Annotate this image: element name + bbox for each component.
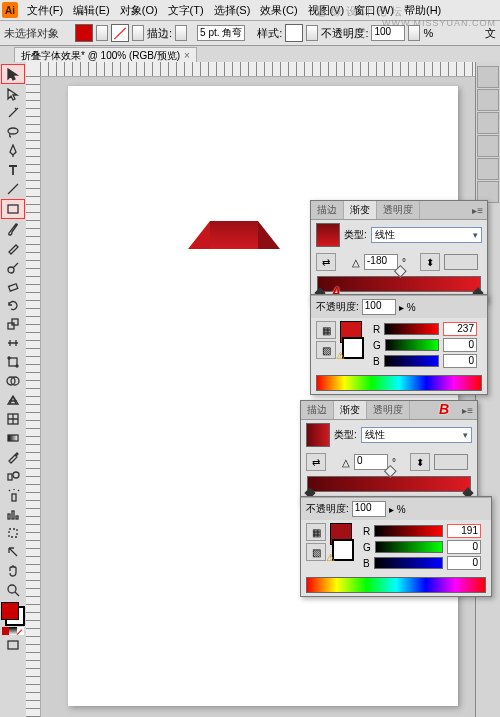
blob-brush-tool[interactable] — [2, 258, 24, 276]
style-dropdown[interactable] — [306, 25, 318, 41]
menu-edit[interactable]: 编辑(E) — [68, 3, 115, 18]
artboard-tool[interactable] — [2, 524, 24, 542]
opacity-arrow-b[interactable]: ▸ — [389, 504, 394, 515]
b-slider-b[interactable] — [374, 557, 443, 569]
stroke-swatch[interactable] — [111, 24, 129, 42]
gradient-slider-b[interactable] — [307, 476, 471, 492]
b-slider-a[interactable] — [384, 355, 439, 367]
fill-stroke-indicator[interactable] — [1, 602, 25, 626]
tab-transparency-b[interactable]: 透明度 — [367, 401, 410, 419]
panel-b-menu-icon[interactable]: ▸≡ — [458, 405, 477, 416]
panel-a-icon-2[interactable]: ▧ — [316, 341, 336, 359]
opacity-arrow-a[interactable]: ▸ — [399, 302, 404, 313]
gradient-type-select-b[interactable]: 线性 — [361, 427, 472, 443]
eyedropper-tool[interactable] — [2, 448, 24, 466]
rotate-tool[interactable] — [2, 296, 24, 314]
panel-a-icon-1[interactable]: ▦ — [316, 321, 336, 339]
menu-file[interactable]: 文件(F) — [22, 3, 68, 18]
direct-selection-tool[interactable] — [2, 85, 24, 103]
menu-object[interactable]: 对象(O) — [115, 3, 163, 18]
line-tool[interactable] — [2, 180, 24, 198]
tab-transparency-a[interactable]: 透明度 — [377, 201, 420, 219]
rectangle-tool[interactable] — [1, 199, 25, 219]
panel-icon-3[interactable] — [477, 112, 499, 134]
panel-a-menu-icon[interactable]: ▸≡ — [468, 205, 487, 216]
hand-tool[interactable] — [2, 562, 24, 580]
tab-gradient-b[interactable]: 渐变 — [334, 401, 367, 419]
fill-dropdown[interactable] — [96, 25, 108, 41]
color-mode-buttons[interactable] — [2, 627, 24, 635]
reverse-gradient-b[interactable]: ⇄ — [306, 453, 326, 471]
symbol-sprayer-tool[interactable] — [2, 486, 24, 504]
menu-effect[interactable]: 效果(C) — [255, 3, 302, 18]
eraser-tool[interactable] — [2, 277, 24, 295]
opacity-input-a[interactable]: 100 — [362, 299, 396, 315]
panel-icon-5[interactable] — [477, 158, 499, 180]
close-tab-icon[interactable]: × — [184, 50, 190, 61]
gradient-preview-a[interactable] — [316, 223, 340, 247]
blend-tool[interactable] — [2, 467, 24, 485]
ruler-vertical[interactable] — [26, 76, 41, 717]
g-value-a[interactable]: 0 — [443, 338, 477, 352]
panel-b-icon-1[interactable]: ▦ — [306, 523, 326, 541]
stroke-preview-a[interactable] — [342, 337, 364, 359]
b-value-a[interactable]: 0 — [443, 354, 477, 368]
panel-b-icon-2[interactable]: ▧ — [306, 543, 326, 561]
artboard[interactable] — [68, 86, 458, 706]
ruler-horizontal[interactable] — [40, 62, 500, 77]
tab-gradient-a[interactable]: 渐变 — [344, 201, 377, 219]
mesh-tool[interactable] — [2, 410, 24, 428]
stroke-weight-value[interactable]: 5 pt. 角弯 — [197, 25, 245, 41]
pen-tool[interactable] — [2, 142, 24, 160]
shape-builder-tool[interactable] — [2, 372, 24, 390]
zoom-tool[interactable] — [2, 581, 24, 599]
gradient-preview-b[interactable] — [306, 423, 330, 447]
angle-input-b[interactable]: 0 — [354, 454, 388, 470]
angle-input-a[interactable]: -180 — [364, 254, 398, 270]
spectrum-a[interactable] — [316, 375, 482, 391]
tab-stroke-b[interactable]: 描边 — [301, 401, 334, 419]
gradient-tool[interactable] — [2, 429, 24, 447]
type-tool[interactable] — [2, 161, 24, 179]
b-value-b[interactable]: 0 — [447, 556, 481, 570]
g-slider-b[interactable] — [375, 541, 443, 553]
menu-type[interactable]: 文字(T) — [163, 3, 209, 18]
g-value-b[interactable]: 0 — [447, 540, 481, 554]
magic-wand-tool[interactable] — [2, 104, 24, 122]
pencil-tool[interactable] — [2, 239, 24, 257]
stroke-weight-dropdown[interactable] — [175, 25, 187, 41]
paintbrush-tool[interactable] — [2, 220, 24, 238]
r-value-a[interactable]: 237 — [443, 322, 477, 336]
panel-icon-1[interactable] — [477, 66, 499, 88]
perspective-grid-tool[interactable] — [2, 391, 24, 409]
style-swatch[interactable] — [285, 24, 303, 42]
menu-help[interactable]: 帮助(H) — [399, 3, 446, 18]
reverse-gradient-a[interactable]: ⇄ — [316, 253, 336, 271]
screen-mode-button[interactable] — [2, 636, 24, 654]
r-slider-b[interactable] — [374, 525, 443, 537]
spectrum-b[interactable] — [306, 577, 486, 593]
aspect-ratio-b[interactable]: ⬍ — [410, 453, 430, 471]
menu-select[interactable]: 选择(S) — [209, 3, 256, 18]
gradient-slider-a[interactable] — [317, 276, 481, 292]
panel-icon-4[interactable] — [477, 135, 499, 157]
free-transform-tool[interactable] — [2, 353, 24, 371]
scale-tool[interactable] — [2, 315, 24, 333]
document-tab[interactable]: 折叠字体效果* @ 100% (RGB/预览) × — [14, 47, 197, 64]
fill-swatch[interactable] — [75, 24, 93, 42]
panel-icon-2[interactable] — [477, 89, 499, 111]
stroke-dropdown[interactable] — [132, 25, 144, 41]
width-tool[interactable] — [2, 334, 24, 352]
r-slider-a[interactable] — [384, 323, 439, 335]
gradient-type-select-a[interactable]: 线性 — [371, 227, 482, 243]
g-slider-a[interactable] — [385, 339, 439, 351]
tab-stroke-a[interactable]: 描边 — [311, 201, 344, 219]
lasso-tool[interactable] — [2, 123, 24, 141]
r-value-b[interactable]: 191 — [447, 524, 481, 538]
opacity-input-b[interactable]: 100 — [352, 501, 386, 517]
column-graph-tool[interactable] — [2, 505, 24, 523]
aspect-ratio-a[interactable]: ⬍ — [420, 253, 440, 271]
selection-tool[interactable] — [1, 64, 25, 84]
stroke-preview-b[interactable] — [332, 539, 354, 561]
slice-tool[interactable] — [2, 543, 24, 561]
